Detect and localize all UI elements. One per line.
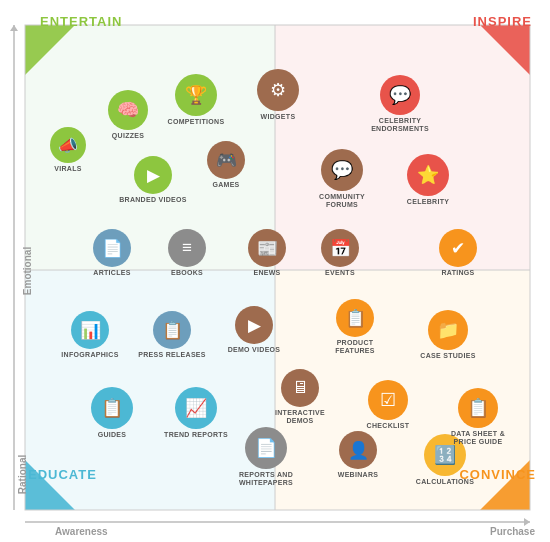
item-checklist[interactable]: ☑CHECKLIST <box>348 380 428 430</box>
label-reports_whitepapers: REPORTS AND WHITEPAPERS <box>231 471 301 488</box>
circle-community_forums: 💬 <box>321 149 363 191</box>
circle-branded_videos: ▶ <box>134 156 172 194</box>
item-widgets[interactable]: ⚙WIDGETS <box>237 69 319 121</box>
item-webinars[interactable]: 👤WEBINARS <box>319 431 397 479</box>
label-enews: ENEWS <box>253 269 280 277</box>
item-enews[interactable]: 📰ENEWS <box>228 229 306 277</box>
item-ebooks[interactable]: ≡EBOOKS <box>148 229 226 277</box>
label-trend_reports: TREND REPORTS <box>164 431 228 439</box>
item-reports_whitepapers[interactable]: 📄REPORTS AND WHITEPAPERS <box>225 427 307 488</box>
circle-reports_whitepapers: 📄 <box>245 427 287 469</box>
item-demo_videos[interactable]: ▶DEMO VIDEOS <box>215 306 293 354</box>
circle-widgets: ⚙ <box>257 69 299 111</box>
circle-demo_videos: ▶ <box>235 306 273 344</box>
item-press_releases[interactable]: 📋PRESS RELEASES <box>133 311 211 359</box>
item-celebrity[interactable]: ⭐CELEBRITY <box>387 154 469 206</box>
svg-marker-12 <box>524 518 530 526</box>
label-infographics: INFOGRAPHICS <box>61 351 118 359</box>
item-interactive_demos[interactable]: 🖥INTERACTIVE DEMOS <box>261 369 339 426</box>
circle-ebooks: ≡ <box>168 229 206 267</box>
circle-celebrity: ⭐ <box>407 154 449 196</box>
label-ratings: RATINGS <box>441 269 474 277</box>
item-case_studies[interactable]: 📁CASE STUDIES <box>408 310 488 360</box>
label-community_forums: COMMUNITY FORUMS <box>307 193 377 210</box>
circle-celebrity_endorsments: 💬 <box>380 75 420 115</box>
label-guides: GUIDES <box>98 431 127 439</box>
circle-virals: 📣 <box>50 127 86 163</box>
label-celebrity_endorsments: CELEBRITY ENDORSMENTS <box>365 117 435 134</box>
label-events: EVENTS <box>325 269 355 277</box>
circle-data_sheet: 📋 <box>458 388 498 428</box>
label-ebooks: EBOOKS <box>171 269 203 277</box>
circle-ratings: ✔ <box>439 229 477 267</box>
circle-guides: 📋 <box>91 387 133 429</box>
circle-product_features: 📋 <box>336 299 374 337</box>
label-webinars: WEBINARS <box>338 471 379 479</box>
label-virals: VIRALS <box>54 165 81 173</box>
circle-enews: 📰 <box>248 229 286 267</box>
circle-webinars: 👤 <box>339 431 377 469</box>
item-articles[interactable]: 📄ARTICLES <box>73 229 151 277</box>
label-checklist: CHECKLIST <box>367 422 410 430</box>
item-competitions[interactable]: 🏆COMPETITIONS <box>155 74 237 126</box>
item-product_features[interactable]: 📋PRODUCT FEATURES <box>316 299 394 356</box>
circle-games: 🎮 <box>207 141 245 179</box>
corner-educate: EDUCATE <box>28 467 97 482</box>
label-press_releases: PRESS RELEASES <box>138 351 206 359</box>
label-demo_videos: DEMO VIDEOS <box>228 346 281 354</box>
label-competitions: COMPETITIONS <box>168 118 225 126</box>
item-branded_videos[interactable]: ▶BRANDED VIDEOS <box>114 156 192 204</box>
y-axis-label: Emotional <box>22 247 33 295</box>
item-celebrity_endorsments[interactable]: 💬CELEBRITY ENDORSMENTS <box>360 75 440 134</box>
circle-trend_reports: 📈 <box>175 387 217 429</box>
label-celebrity: CELEBRITY <box>407 198 449 206</box>
label-quizzes: QUIZZES <box>112 132 144 140</box>
circle-infographics: 📊 <box>71 311 109 349</box>
x-axis-label-right: Purchase <box>490 526 535 537</box>
item-community_forums[interactable]: 💬COMMUNITY FORUMS <box>301 149 383 210</box>
label-product_features: PRODUCT FEATURES <box>320 339 390 356</box>
circle-articles: 📄 <box>93 229 131 267</box>
label-case_studies: CASE STUDIES <box>420 352 475 360</box>
circle-case_studies: 📁 <box>428 310 468 350</box>
item-guides[interactable]: 📋GUIDES <box>71 387 153 439</box>
circle-checklist: ☑ <box>368 380 408 420</box>
circle-interactive_demos: 🖥 <box>281 369 319 407</box>
corner-inspire: INSPIRE <box>473 14 532 29</box>
svg-marker-14 <box>10 25 18 31</box>
label-games: GAMES <box>212 181 239 189</box>
label-calculations: CALCULATIONS <box>416 478 474 486</box>
circle-events: 📅 <box>321 229 359 267</box>
y-axis-label-bottom: Rational <box>17 455 28 494</box>
circle-press_releases: 📋 <box>153 311 191 349</box>
label-data_sheet: DATA SHEET & PRICE GUIDE <box>443 430 513 447</box>
circle-quizzes: 🧠 <box>108 90 148 130</box>
corner-entertain: ENTERTAIN <box>40 14 122 29</box>
x-axis-label-left: Awareness <box>55 526 108 537</box>
item-games[interactable]: 🎮GAMES <box>187 141 265 189</box>
label-widgets: WIDGETS <box>261 113 296 121</box>
chart-container: ENTERTAIN INSPIRE EDUCATE CONVINCE Emoti… <box>0 0 550 542</box>
item-data_sheet[interactable]: 📋DATA SHEET & PRICE GUIDE <box>438 388 518 447</box>
item-events[interactable]: 📅EVENTS <box>301 229 379 277</box>
label-interactive_demos: INTERACTIVE DEMOS <box>265 409 335 426</box>
circle-competitions: 🏆 <box>175 74 217 116</box>
label-articles: ARTICLES <box>93 269 130 277</box>
item-infographics[interactable]: 📊INFOGRAPHICS <box>51 311 129 359</box>
item-ratings[interactable]: ✔RATINGS <box>419 229 497 277</box>
label-branded_videos: BRANDED VIDEOS <box>119 196 187 204</box>
